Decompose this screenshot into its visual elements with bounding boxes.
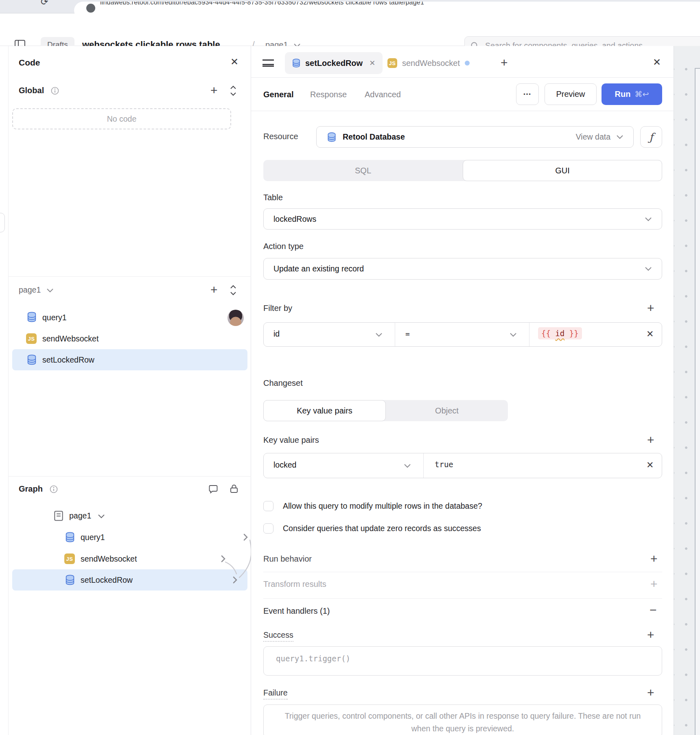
query-list-item[interactable]: sendWebsocket xyxy=(42,334,98,343)
changeset-object[interactable]: Object xyxy=(386,400,508,421)
add-kv-button[interactable]: + xyxy=(647,434,654,446)
event-handlers-collapse[interactable]: − xyxy=(650,603,657,617)
run-behavior-label: Run behavior xyxy=(263,554,312,564)
divider xyxy=(263,598,662,599)
rail-collapse-handle[interactable] xyxy=(0,213,5,232)
fx-button[interactable]: ƒ xyxy=(640,126,662,148)
code-panel xyxy=(9,46,251,735)
remove-kv-icon[interactable]: ✕ xyxy=(646,460,654,470)
resource-select[interactable]: Retool Database View data xyxy=(316,126,634,148)
mode-gui[interactable]: GUI xyxy=(463,160,662,181)
tab-general[interactable]: General xyxy=(263,90,293,99)
query-list-item[interactable]: query1 xyxy=(42,313,67,322)
failure-placeholder: Trigger queries, control components, or … xyxy=(264,705,662,735)
mode-sql[interactable]: SQL xyxy=(263,160,463,181)
graph-connector-lines xyxy=(216,527,256,596)
filter-column-select[interactable]: id xyxy=(273,329,280,339)
resource-name: Retool Database xyxy=(343,132,405,142)
reload-icon[interactable]: ⟳ xyxy=(41,0,48,7)
new-tab-button[interactable]: + xyxy=(501,57,508,69)
browser-chrome: ⟳ lindawebs.retool.com/editor/ebac5934-4… xyxy=(0,0,700,13)
chevron-down-icon xyxy=(404,464,411,468)
database-icon xyxy=(64,574,76,586)
unsaved-dot xyxy=(465,61,470,66)
tab-sendwebsocket[interactable]: JS sendWebsocket xyxy=(387,52,470,74)
event-handlers-label: Event handlers (1) xyxy=(263,606,330,616)
preview-button[interactable]: Preview xyxy=(545,83,597,105)
code-panel-title: Code xyxy=(19,58,40,68)
graph-node-selected[interactable]: setLockedRow xyxy=(81,575,133,585)
remove-filter-icon[interactable]: ✕ xyxy=(646,329,654,339)
changeset-label: Changeset xyxy=(263,378,303,388)
filter-value-input[interactable]: {{ id }} xyxy=(538,327,582,339)
transform-results-label: Transform results xyxy=(263,580,326,589)
success-handler-code: query1.trigger() xyxy=(264,647,662,663)
database-icon xyxy=(64,532,76,543)
global-add-button[interactable]: + xyxy=(210,84,218,96)
comment-icon[interactable] xyxy=(208,484,219,494)
filter-operator-select[interactable]: = xyxy=(405,330,410,338)
zero-records-checkbox[interactable] xyxy=(263,523,273,534)
sort-icon[interactable] xyxy=(230,284,237,296)
add-success-handler[interactable]: + xyxy=(647,629,654,641)
success-handler-box[interactable]: query1.trigger() xyxy=(263,646,662,676)
kv-label: Key value pairs xyxy=(263,435,319,445)
divider xyxy=(251,77,674,78)
sort-icon[interactable] xyxy=(230,85,237,97)
close-tab-icon[interactable]: ✕ xyxy=(369,59,375,68)
divider xyxy=(251,111,674,111)
failure-handler-box[interactable]: Trigger queries, control components, or … xyxy=(263,704,662,735)
info-icon xyxy=(50,485,58,493)
divider xyxy=(529,323,529,346)
query-list-item-selected[interactable]: setLockedRow xyxy=(42,355,94,365)
code-panel-close-icon[interactable]: ✕ xyxy=(230,57,238,67)
changeset-kvp[interactable]: Key value pairs xyxy=(263,400,386,421)
table-select[interactable]: lockedRows xyxy=(263,208,662,230)
js-icon: JS xyxy=(387,58,397,68)
run-button[interactable]: Run ⌘↩ xyxy=(602,83,662,105)
panel-close-icon[interactable]: ✕ xyxy=(653,57,661,67)
canvas-frame-corner xyxy=(695,68,700,735)
chevron-down-icon xyxy=(616,135,623,139)
tab-advanced[interactable]: Advanced xyxy=(365,90,401,99)
kv-value-input[interactable]: true xyxy=(435,460,453,469)
lock-icon[interactable] xyxy=(229,483,239,494)
page-add-button[interactable]: + xyxy=(210,284,218,296)
kv-row xyxy=(263,453,662,478)
action-type-select[interactable]: Update an existing record xyxy=(263,258,662,280)
tab-response[interactable]: Response xyxy=(310,90,347,99)
graph-section-label: Graph xyxy=(19,484,43,494)
view-data-link[interactable]: View data xyxy=(576,132,610,142)
chevron-down-icon xyxy=(645,217,652,221)
js-icon: JS xyxy=(64,553,75,564)
modify-multiple-rows-label: Allow this query to modify multiple rows… xyxy=(283,501,482,511)
graph-node[interactable]: sendWebsocket xyxy=(81,554,137,564)
filter-by-label: Filter by xyxy=(263,304,292,313)
tab-label: sendWebsocket xyxy=(402,59,460,68)
kv-key-select[interactable]: locked xyxy=(273,460,296,470)
success-label: Success xyxy=(263,630,293,640)
site-info-icon[interactable] xyxy=(86,4,95,13)
info-icon xyxy=(51,87,59,95)
menu-icon[interactable] xyxy=(262,59,274,67)
run-behavior-expand[interactable]: + xyxy=(650,553,658,565)
chevron-down-icon xyxy=(510,332,517,337)
graph-node[interactable]: query1 xyxy=(81,533,105,542)
more-button[interactable]: ••• xyxy=(516,83,539,105)
left-rail xyxy=(0,46,9,735)
add-filter-button[interactable]: + xyxy=(647,302,654,314)
graph-node-root[interactable]: page1 xyxy=(69,511,105,521)
database-icon xyxy=(326,132,337,142)
action-type-label: Action type xyxy=(263,242,304,251)
collaborator-avatar xyxy=(228,310,244,326)
modify-multiple-rows-checkbox[interactable] xyxy=(263,501,273,511)
filter-row xyxy=(263,322,662,347)
page-group-label[interactable]: page1 xyxy=(19,285,54,295)
transform-results-expand[interactable]: + xyxy=(650,578,658,590)
chevron-down-icon xyxy=(375,332,383,337)
failure-label: Failure xyxy=(263,688,288,698)
divider xyxy=(423,453,424,478)
global-section-label: Global xyxy=(19,86,44,95)
add-failure-handler[interactable]: + xyxy=(647,687,654,699)
tab-setlockedrow[interactable]: setLockedRow ✕ xyxy=(285,52,383,74)
